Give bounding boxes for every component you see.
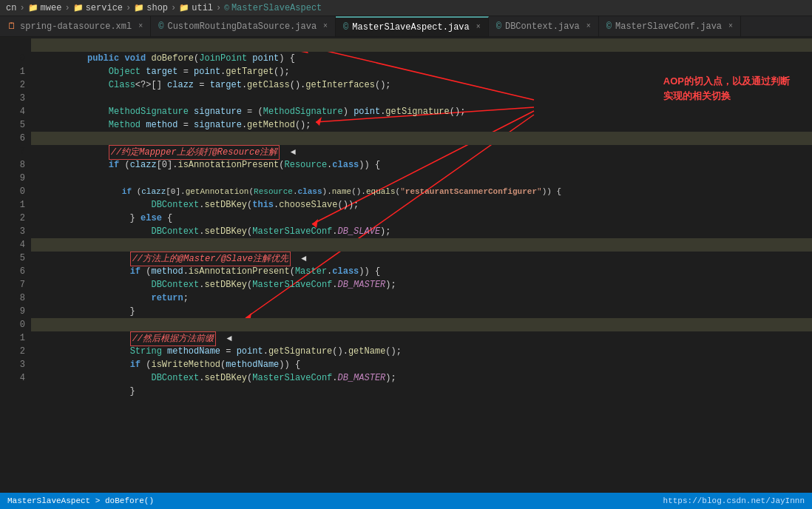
xml-icon: 🗒 (7, 21, 16, 32)
code-line-comment3: //然后根据方法前缀 ◄ (31, 318, 812, 331)
line-num (0, 38, 25, 52)
line-num: 2 (0, 345, 25, 358)
editor-container: 0 1 2 3 4 5 6 7 8 9 0 1 2 3 4 5 6 7 8 9 … (0, 37, 812, 493)
code-line-comment1: //约定Mappper上必须打@Resource注解 ◄ (31, 132, 812, 145)
breadcrumb-util: 📁 util (179, 3, 213, 13)
line-num: 6 (0, 132, 25, 145)
code-line: } else { (31, 198, 812, 212)
code-line: return; (31, 278, 812, 291)
status-left: MasterSlaveAspect > doBefore() (7, 496, 154, 505)
code-line: } (31, 225, 812, 238)
line-num: 8 (0, 158, 25, 172)
code-line: String methodName = point.getSignature()… (31, 331, 812, 345)
line-num-breakpoint: 0 (0, 52, 25, 65)
code-line (31, 78, 812, 92)
breadcrumb-class: © MasterSlaveAspect (224, 3, 322, 13)
breadcrumb-service: 📁 service (73, 3, 123, 13)
code-line: DBContext.setDBKey(this.chooseSlave()); (31, 185, 812, 198)
code-line: DBContext.setDBKey(MasterSlaveConf.DB_MA… (31, 358, 812, 371)
status-url: https://blog.csdn.net/JayInnn (663, 496, 805, 505)
line-num: 9 (0, 172, 25, 185)
line-num: 4 (0, 105, 25, 118)
java-icon: © (496, 21, 501, 32)
line-num: 2 (0, 78, 25, 92)
code-line: if (clazz[0].getAnnotation(Resource.clas… (31, 172, 812, 185)
line-num: 1 (0, 331, 25, 345)
breadcrumb-cn: cn (6, 3, 16, 13)
tab-custom-routing[interactable]: © CustomRoutingDataSource.java × (151, 16, 336, 36)
tab-dbcontext[interactable]: © DBContext.java × (489, 16, 599, 36)
breadcrumb-shop: 📁 shop (134, 3, 168, 13)
title-bar: cn › 📁 mwee › 📁 service › 📁 shop › 📁 uti… (0, 0, 812, 16)
line-num: 7 (0, 278, 25, 291)
line-num: 0 (0, 185, 25, 198)
java-icon: © (606, 21, 612, 32)
code-line: if (method.isAnnotationPresent(Master.cl… (31, 252, 812, 265)
line-num: 5 (0, 252, 25, 265)
line-numbers: 0 1 2 3 4 5 6 7 8 9 0 1 2 3 4 5 6 7 8 9 … (0, 37, 31, 493)
line-num: 1 (0, 65, 25, 78)
line-num: 3 (0, 92, 25, 105)
close-icon[interactable]: × (476, 23, 481, 31)
code-line: Class<?>[] clazz = target.getClass().get… (31, 65, 812, 78)
folder-icon: 📁 (73, 3, 84, 13)
line-num: 4 (0, 238, 25, 252)
line-num: 6 (0, 265, 25, 278)
tab-master-slave-conf[interactable]: © MasterSlaveConf.java × (599, 16, 741, 36)
code-line: } (31, 371, 812, 385)
folder-icon: 📁 (28, 3, 38, 13)
folder-icon: 📁 (179, 3, 189, 13)
code-line: if (clazz[0].isAnnotationPresent(Resourc… (31, 145, 812, 158)
code-line: MethodSignature signature = (MethodSigna… (31, 92, 812, 105)
line-num: 0 (0, 318, 25, 331)
folder-icon: cn (6, 3, 16, 13)
line-num: 3 (0, 358, 25, 371)
code-line: DBContext.setDBKey(MasterSlaveConf.DB_MA… (31, 265, 812, 278)
line-num: 1 (0, 198, 25, 212)
code-area[interactable]: AOP的切入点，以及通过判断 实现的相关切换 public void doBef… (31, 37, 812, 493)
line-num: 9 (0, 305, 25, 318)
code-line: if (isWriteMethod(methodName)) { (31, 345, 812, 358)
close-icon[interactable]: × (138, 22, 143, 30)
code-line-comment2: //方法上的@Master/@Slave注解优先 ◄ (31, 238, 812, 252)
line-num: 2 (0, 212, 25, 225)
close-icon[interactable]: × (728, 22, 733, 30)
line-num: 8 (0, 291, 25, 305)
close-icon[interactable]: × (586, 22, 591, 30)
tab-bar: 🗒 spring-datasource.xml × © CustomRoutin… (0, 16, 812, 37)
breadcrumb: cn › 📁 mwee › 📁 service › 📁 shop › 📁 uti… (6, 3, 322, 13)
code-line: } (31, 291, 812, 305)
code-line: Method method = signature.getMethod(); (31, 105, 812, 118)
code-line: Object target = point.getTarget(); (31, 52, 812, 65)
code-line (31, 158, 812, 172)
code-line (31, 118, 812, 132)
java-icon: © (224, 4, 229, 13)
breadcrumb-mwee: 📁 mwee (28, 3, 62, 13)
code-line: DBContext.setDBKey(MasterSlaveConf.DB_SL… (31, 212, 812, 225)
tab-master-slave-aspect[interactable]: © MasterSlaveAspect.java × (336, 16, 489, 36)
close-icon[interactable]: × (323, 22, 328, 30)
java-icon: © (158, 21, 163, 32)
folder-icon: 📁 (134, 3, 144, 13)
line-num-breakpoint: 7 (0, 145, 25, 158)
line-num: 4 (0, 371, 25, 385)
code-line: public void doBefore(JoinPoint point) { (31, 38, 812, 52)
line-num: 5 (0, 118, 25, 132)
java-icon: © (343, 22, 348, 33)
line-num: 3 (0, 225, 25, 238)
status-location: MasterSlaveAspect > doBefore() (7, 496, 154, 505)
code-line (31, 305, 812, 318)
tab-spring-datasource[interactable]: 🗒 spring-datasource.xml × (0, 16, 151, 36)
status-bar: MasterSlaveAspect > doBefore() https://b… (0, 493, 812, 509)
